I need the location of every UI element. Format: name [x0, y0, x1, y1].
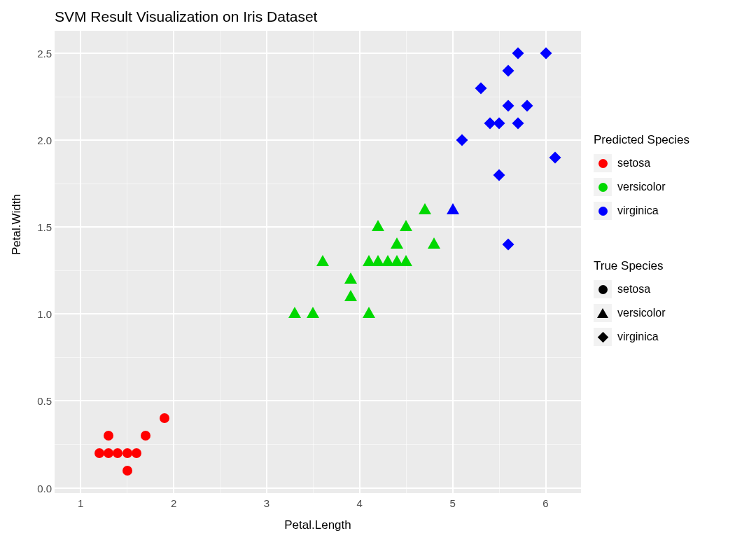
- gridline-v: [359, 31, 360, 493]
- legend-predicted-species: Predicted Species setosa versicolor virg…: [594, 133, 748, 226]
- gridline-v: [545, 31, 547, 493]
- gridline-h-minor: [55, 357, 581, 358]
- data-point: [419, 203, 431, 214]
- data-point: [160, 413, 169, 423]
- legend-label: virginica: [617, 205, 659, 217]
- legend-key: [594, 304, 612, 322]
- gridline-v-minor: [127, 31, 127, 493]
- legend-item-setosa: setosa: [594, 154, 748, 172]
- chart-title: SVM Result Visualization on Iris Dataset: [55, 8, 317, 25]
- legend-item-setosa-shape: setosa: [594, 280, 748, 298]
- gridline-h: [55, 139, 581, 141]
- legend-label: setosa: [617, 157, 650, 169]
- data-point: [288, 307, 301, 318]
- data-point: [503, 99, 514, 111]
- data-point: [428, 237, 440, 249]
- data-point: [540, 48, 552, 60]
- legend-label: setosa: [617, 283, 650, 296]
- circle-icon: [598, 285, 608, 294]
- data-point: [122, 466, 132, 476]
- gridline-h: [55, 487, 581, 489]
- x-tick-label: 4: [357, 497, 363, 509]
- data-point: [503, 239, 514, 251]
- data-point: [113, 448, 122, 458]
- data-point: [400, 255, 412, 266]
- x-tick-label: 1: [78, 497, 83, 509]
- data-point: [104, 448, 113, 458]
- data-point: [344, 272, 357, 284]
- x-tick-label: 2: [171, 497, 176, 509]
- data-point: [316, 255, 329, 266]
- data-point: [363, 307, 375, 318]
- y-tick-label: 2.0: [34, 134, 52, 146]
- y-tick-label: 0.0: [34, 482, 52, 494]
- gridline-v-minor: [220, 31, 220, 493]
- data-point: [493, 169, 505, 181]
- gridline-h-minor: [55, 270, 581, 271]
- x-tick-label: 5: [449, 497, 455, 509]
- legend-label: versicolor: [617, 181, 665, 193]
- gridline-h-minor: [55, 444, 581, 445]
- x-tick-label: 3: [264, 497, 270, 509]
- x-tick-label: 6: [542, 497, 548, 509]
- data-point: [94, 448, 104, 458]
- legend-item-versicolor: versicolor: [594, 178, 748, 196]
- legend-item-versicolor-shape: versicolor: [594, 304, 748, 322]
- legend-title: True Species: [594, 259, 748, 273]
- circle-icon: [598, 159, 608, 168]
- legend-label: versicolor: [617, 307, 665, 319]
- data-point: [307, 307, 319, 318]
- gridline-v-minor: [313, 31, 314, 493]
- legend-key: [594, 202, 612, 220]
- data-point: [122, 448, 132, 458]
- data-point: [447, 203, 459, 214]
- gridline-h-minor: [55, 184, 581, 184]
- data-point: [503, 65, 514, 77]
- chart-container: SVM Result Visualization on Iris Dataset…: [0, 0, 756, 540]
- data-point: [521, 99, 533, 111]
- legend-item-virginica-shape: virginica: [594, 328, 748, 346]
- data-point: [400, 220, 412, 231]
- data-point: [132, 448, 141, 458]
- data-point: [512, 48, 524, 60]
- diamond-icon: [597, 331, 608, 342]
- y-tick-label: 0.5: [34, 395, 52, 407]
- triangle-icon: [597, 308, 608, 318]
- legend-key: [594, 280, 612, 298]
- legend-key: [594, 178, 612, 196]
- legend-item-virginica: virginica: [594, 202, 748, 220]
- gridline-v-minor: [499, 31, 500, 493]
- legend-label: virginica: [617, 331, 659, 343]
- y-tick-label: 2.5: [34, 48, 52, 60]
- legend-true-species: True Species setosa versicolor virginica: [594, 259, 748, 352]
- data-point: [104, 431, 113, 441]
- y-axis-label: Petal.Width: [10, 194, 24, 255]
- gridline-v: [80, 31, 81, 493]
- x-axis-label: Petal.Length: [55, 518, 581, 532]
- circle-icon: [598, 207, 608, 216]
- data-point: [456, 134, 468, 146]
- data-point: [512, 117, 524, 129]
- data-point: [391, 237, 403, 249]
- data-point: [344, 290, 357, 301]
- gridline-v: [173, 31, 174, 493]
- y-tick-label: 1.5: [34, 221, 52, 233]
- legend-key: [594, 154, 612, 172]
- legend-key: [594, 328, 612, 346]
- data-point: [372, 220, 384, 231]
- gridline-h: [55, 226, 581, 228]
- data-point: [549, 152, 561, 164]
- gridline-h: [55, 400, 581, 401]
- gridline-v: [452, 31, 454, 493]
- data-point: [475, 82, 486, 94]
- legend-title: Predicted Species: [594, 133, 748, 147]
- circle-icon: [598, 183, 608, 192]
- gridline-v: [266, 31, 267, 493]
- gridline-h-minor: [55, 97, 581, 97]
- plot-panel: [55, 31, 581, 493]
- y-tick-label: 1.0: [34, 308, 52, 320]
- data-point: [493, 117, 505, 129]
- gridline-h: [55, 53, 581, 54]
- data-point: [141, 431, 150, 441]
